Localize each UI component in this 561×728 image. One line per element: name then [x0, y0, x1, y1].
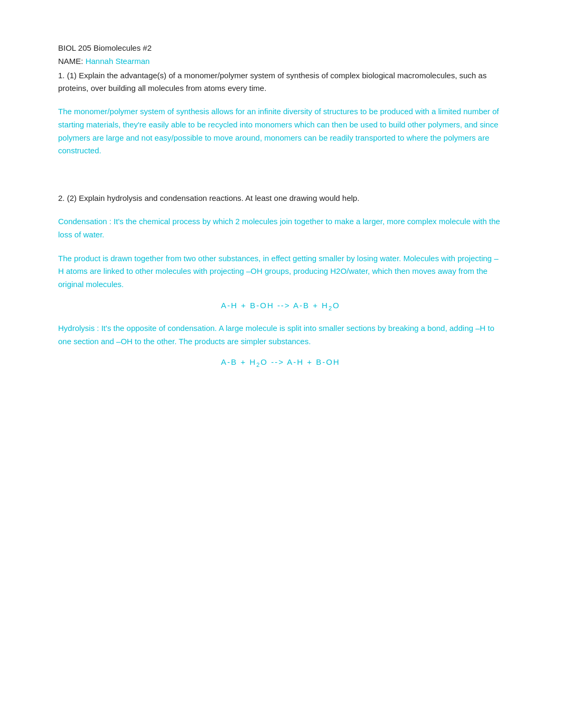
name-label: NAME:: [58, 57, 86, 66]
hydrolysis-label: Hydrolysis: [58, 324, 95, 333]
condensation-definition: Condensation : It's the chemical process…: [58, 215, 503, 242]
question1-answer: The monomer/polymer system of synthesis …: [58, 105, 503, 158]
document-title: BIOL 205 Biomolecules #2: [58, 42, 503, 54]
condensation-label: Condensation: [58, 217, 107, 226]
question1-text: 1. (1) Explain the advantage(s) of a mon…: [58, 69, 503, 95]
name-value: Hannah Stearman: [86, 57, 150, 66]
question2-text: 2. (2) Explain hydrolysis and condensati…: [58, 192, 503, 205]
condensation-detail: The product is drawn together from two o…: [58, 252, 503, 291]
hydrolysis-eq-text: A-B + H2O --> A-H + B-OH: [221, 357, 340, 366]
condensation-equation: A-H + B-OH --> A-B + H2O: [58, 301, 503, 311]
hydrolysis-equation: A-B + H2O --> A-H + B-OH: [58, 357, 503, 368]
name-line: NAME: Hannah Stearman: [58, 56, 503, 68]
hydrolysis-definition: Hydrolysis : It's the opposite of conden…: [58, 322, 503, 348]
hydrolysis-def-text: : It's the opposite of condensation. A l…: [58, 324, 494, 346]
condensation-eq-text: A-H + B-OH --> A-B + H2O: [221, 301, 340, 310]
condensation-def-text: : It's the chemical process by which 2 m…: [58, 217, 500, 239]
page: BIOL 205 Biomolecules #2 NAME: Hannah St…: [0, 0, 561, 420]
